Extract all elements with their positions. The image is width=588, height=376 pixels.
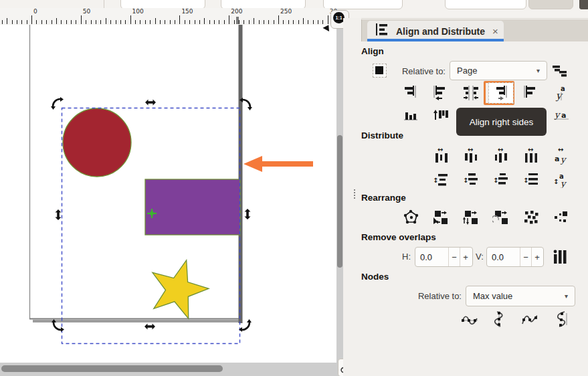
distribute-centers-horizontally-button[interactable]: ↔ [459, 146, 483, 166]
red-circle[interactable] [63, 108, 131, 177]
yellow-star[interactable] [153, 260, 209, 318]
svg-text:↕: ↕ [523, 177, 528, 184]
panel-tab-icon-icon [374, 21, 391, 39]
chevron-down-icon: ▾ [565, 292, 568, 300]
distribute-equal-vertical-gaps-button[interactable]: ↕ [519, 169, 543, 189]
distribute-left-edges-icon: ↔ [432, 147, 450, 165]
remove-overlaps-icon-icon [551, 248, 568, 265]
h-gap-input[interactable] [415, 248, 448, 266]
toolbar-field-partial[interactable] [445, 0, 526, 9]
v-gap-input[interactable] [487, 248, 520, 266]
v-plus-button[interactable]: + [531, 248, 543, 266]
svg-text:a: a [555, 155, 559, 163]
align-tops-button[interactable] [429, 105, 453, 125]
svg-text:a: a [561, 111, 566, 120]
ruler-tick [52, 20, 52, 24]
treat-selection-as-group-checkbox[interactable] [373, 64, 387, 78]
horizontal-scrollbar-thumb[interactable] [1, 365, 223, 372]
align-text-baselines-button[interactable]: ya [549, 105, 573, 125]
purple-rectangle[interactable] [145, 179, 240, 235]
panel-resize-grip[interactable] [354, 189, 356, 200]
distribute-bottom-edges-button[interactable]: ↕ [489, 169, 513, 189]
align-left-to-anchor-button[interactable] [519, 83, 543, 103]
svg-text:y: y [560, 179, 567, 188]
unclump-button[interactable] [549, 207, 573, 227]
align-relative-to-label: Relative to: [393, 66, 446, 76]
distribute-text-anchors-horizontal-button[interactable]: ↔ay [549, 146, 573, 166]
align-nodes-horizontally-button[interactable] [458, 309, 482, 329]
ruler-label: 250 [280, 8, 292, 15]
align-nodes-horizontally-icon [461, 310, 478, 328]
make-edges-network-button[interactable] [399, 207, 423, 227]
distribute-section-header: Distribute [361, 130, 403, 140]
skew-vertical-handle-icon[interactable] [56, 209, 62, 220]
exchange-clockwise-icon [492, 209, 510, 226]
ruler-tick [259, 20, 260, 24]
align-text-baselines-icon: ya [553, 106, 570, 124]
distribute-centers-vertically-button[interactable]: ↕ [459, 169, 483, 189]
ruler-tick [165, 20, 165, 24]
vertical-scrollbar-thumb[interactable] [337, 135, 342, 268]
horizontal-scrollbar[interactable] [0, 363, 343, 376]
skew-horizontal-handle-icon[interactable] [144, 324, 155, 330]
h-minus-button[interactable]: − [448, 248, 460, 266]
align-relative-to-dropdown[interactable]: Page ▾ [450, 61, 547, 80]
ruler-tick [56, 18, 57, 24]
tab-close-icon[interactable]: × [492, 25, 498, 37]
align-right-to-anchor-icon [402, 84, 419, 102]
distribute-top-edges-button[interactable]: ↕ [429, 169, 453, 189]
randomize-positions-button[interactable] [519, 207, 543, 227]
exchange-stacking-order-button[interactable] [459, 207, 483, 227]
center-on-vertical-axis-button[interactable] [459, 83, 483, 103]
rearrange-section-header: Rearrange [361, 193, 406, 203]
distribute-text-anchors-vertical-button[interactable]: ↕ay [549, 169, 573, 189]
distribute-left-edges-button[interactable]: ↔ [429, 146, 453, 166]
canvas[interactable] [0, 25, 336, 363]
ruler-tick [219, 20, 219, 24]
exchange-selection-order-button[interactable] [429, 207, 453, 227]
ruler-label: 50 [83, 8, 90, 15]
ruler-tick [322, 20, 323, 24]
skew-vertical-handle-icon[interactable] [245, 209, 251, 219]
ruler-tick [17, 20, 17, 24]
horizontal-ruler[interactable]: 05010015020025030 [0, 8, 336, 25]
v-minus-button[interactable]: − [520, 248, 531, 266]
toolbar-button-partial[interactable] [528, 0, 573, 9]
align-panel-icon [374, 21, 391, 41]
nodes-relative-to-dropdown[interactable]: Max value ▾ [466, 286, 575, 306]
page-shadow [33, 320, 242, 322]
ruler-tick [7, 18, 7, 24]
ruler-tick [21, 20, 22, 24]
svg-text:y: y [560, 155, 567, 165]
v-gap-spinbox[interactable]: − + [486, 247, 544, 267]
distribute-nodes-horizontally-button[interactable] [518, 309, 542, 329]
ruler-tick [155, 18, 156, 24]
align-bottoms-icon [402, 106, 419, 124]
skew-horizontal-handle-icon[interactable] [145, 100, 156, 106]
align-left-edges-button[interactable] [429, 83, 453, 103]
svg-text:↔: ↔ [558, 147, 563, 153]
distribute-equal-horizontal-gaps-button[interactable]: ↔ [519, 146, 543, 166]
h-gap-spinbox[interactable]: − + [415, 247, 473, 267]
remove-overlaps-button[interactable] [551, 248, 568, 268]
toolbar-button-partial[interactable] [579, 0, 588, 9]
exchange-clockwise-button[interactable] [489, 207, 513, 227]
h-plus-button[interactable]: + [460, 248, 471, 266]
ruler-tick [199, 20, 200, 24]
ruler-tick [36, 20, 37, 24]
distribute-nodes-vertically-button[interactable] [548, 309, 572, 329]
panel-divider[interactable] [343, 18, 361, 376]
align-right-to-anchor-button[interactable] [399, 83, 423, 103]
svg-text:y: y [554, 110, 561, 120]
ruler-tick [234, 20, 235, 24]
vertical-scrollbar[interactable] [336, 25, 343, 363]
tab-title: Align and Distribute [396, 26, 485, 37]
align-nodes-vertically-button[interactable] [488, 309, 512, 329]
ruler-tick [175, 20, 175, 24]
text-anchor-horizontal-button[interactable]: ay [549, 83, 573, 103]
move-as-group-icon[interactable] [551, 62, 569, 82]
ruler-label: 0 [33, 8, 37, 15]
distribute-right-edges-button[interactable]: ↔ [489, 146, 513, 166]
align-bottoms-button[interactable] [399, 105, 423, 125]
align-right-sides-button[interactable] [489, 83, 513, 103]
